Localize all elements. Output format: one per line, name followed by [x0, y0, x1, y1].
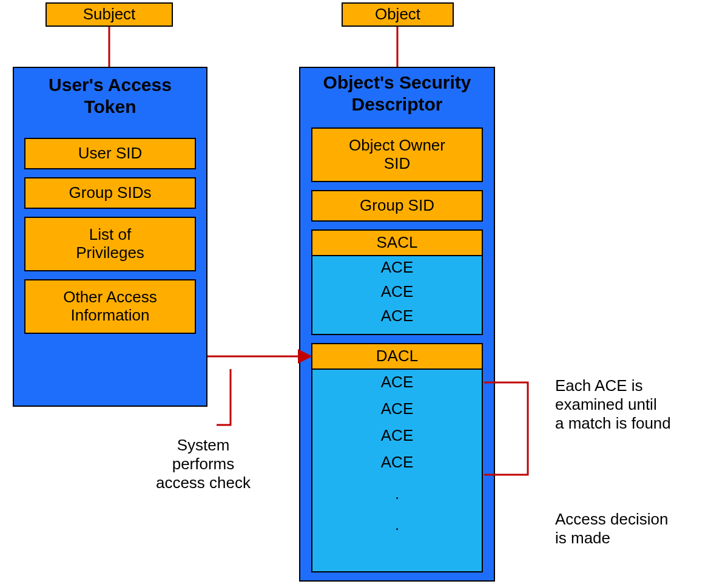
token-item-group-sids-label: Group SIDs	[69, 184, 152, 202]
diagram-canvas: Subject User's Access Token User SID Gro…	[0, 0, 728, 584]
token-item-other: Other Access Information	[24, 279, 196, 334]
annotation-access-check: System performs access check	[136, 436, 270, 493]
sacl-body: ACE ACE ACE	[311, 255, 483, 335]
dacl-header: DACL	[311, 343, 483, 370]
sacl-ace-2: ACE	[312, 307, 482, 325]
token-item-user-sid-label: User SID	[78, 144, 142, 163]
object-label-box: Object	[342, 2, 454, 27]
dacl-ace-3: ACE	[312, 453, 482, 472]
dacl-header-label: DACL	[376, 347, 418, 365]
sd-owner-sid: Object Owner SID	[311, 127, 483, 182]
sd-owner-sid-label: Object Owner SID	[349, 137, 445, 173]
sd-group-sid-label: Group SID	[360, 197, 434, 215]
sacl-ace-1: ACE	[312, 283, 482, 301]
sacl-ace-0: ACE	[312, 259, 482, 277]
security-descriptor-title: Object's Security Descriptor	[300, 68, 494, 123]
sacl-header: SACL	[311, 229, 483, 256]
token-item-other-label: Other Access Information	[63, 288, 157, 325]
dacl-dot-0: .	[312, 485, 482, 503]
security-descriptor-title-line2: Descriptor	[351, 94, 442, 114]
dacl-body: ACE ACE ACE ACE . .	[311, 368, 483, 572]
dacl-dot-1: .	[312, 516, 482, 534]
annotation-each-ace: Each ACE is examined until a match is fo…	[555, 376, 725, 433]
object-label: Object	[375, 5, 420, 24]
dacl-ace-1: ACE	[312, 400, 482, 418]
security-descriptor-title-line1: Object's Security	[323, 72, 471, 92]
user-token-title-line1: User's Access	[49, 75, 172, 95]
sacl-header-label: SACL	[377, 234, 418, 252]
token-item-group-sids: Group SIDs	[24, 177, 196, 209]
subject-label: Subject	[83, 5, 136, 24]
dacl-ace-2: ACE	[312, 427, 482, 445]
user-token-title-line2: Token	[84, 97, 136, 117]
token-item-privileges-label: List of Privileges	[76, 226, 144, 262]
sd-group-sid: Group SID	[311, 190, 483, 222]
token-item-privileges: List of Privileges	[24, 217, 196, 271]
token-item-user-sid: User SID	[24, 138, 196, 169]
dacl-ace-0: ACE	[312, 373, 482, 392]
annotation-decision: Access decision is made	[555, 510, 725, 548]
user-token-title: User's Access Token	[14, 68, 206, 126]
subject-label-box: Subject	[46, 2, 173, 27]
